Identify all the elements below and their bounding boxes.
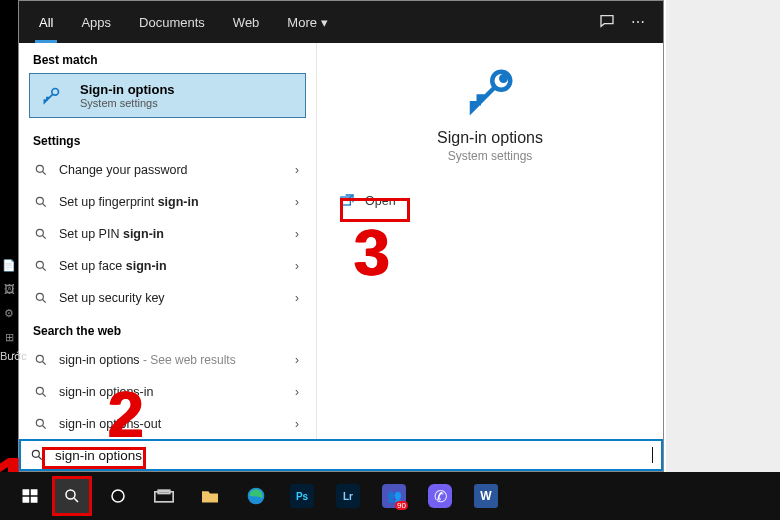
settings-result-item[interactable]: Set up PIN sign-in› [19, 218, 316, 250]
screenshot-frame: 📄 🖼 ⚙ ⊞ All Apps Documents Web More ▾ ⋯ … [0, 0, 780, 520]
chevron-right-icon: › [292, 385, 302, 399]
taskbar-cortana-icon[interactable] [98, 476, 138, 516]
web-result-item[interactable]: sign-in options - See web results› [19, 344, 316, 376]
svg-point-7 [36, 387, 43, 394]
svg-point-5 [36, 293, 43, 300]
svg-point-3 [36, 229, 43, 236]
taskbar-start-button[interactable] [10, 476, 50, 516]
left-vertical-strip: 📄 🖼 ⚙ ⊞ [0, 0, 18, 472]
taskbar-photoshop-icon[interactable]: Ps [282, 476, 322, 516]
result-label: Set up security key [59, 291, 292, 305]
result-label: sign-in options-out [59, 417, 292, 431]
svg-rect-18 [31, 497, 38, 503]
result-label: Change your password [59, 163, 292, 177]
tab-more[interactable]: More ▾ [273, 1, 341, 43]
best-match-subtitle: System settings [80, 97, 175, 109]
chevron-right-icon: › [292, 291, 302, 305]
search-box[interactable] [19, 439, 663, 471]
search-icon [33, 258, 49, 274]
result-label: sign-in options - See web results [59, 353, 292, 367]
search-panel: All Apps Documents Web More ▾ ⋯ Best mat… [18, 0, 664, 472]
search-icon [33, 384, 49, 400]
taskbar: Ps Lr 👥90 ✆ W [0, 472, 780, 520]
svg-point-4 [36, 261, 43, 268]
taskbar-lightroom-icon[interactable]: Lr [328, 476, 368, 516]
tab-documents[interactable]: Documents [125, 1, 219, 43]
detail-title: Sign-in options [333, 129, 647, 147]
taskbar-teams-icon[interactable]: 👥90 [374, 476, 414, 516]
svg-point-12 [501, 76, 506, 81]
settings-result-item[interactable]: Change your password› [19, 154, 316, 186]
results-column: Best match Sign-in options System settin… [19, 43, 317, 439]
chevron-right-icon: › [292, 195, 302, 209]
svg-point-6 [36, 355, 43, 362]
more-icon[interactable]: ⋯ [631, 14, 645, 30]
svg-point-8 [36, 419, 43, 426]
key-icon [40, 85, 62, 107]
chevron-right-icon: › [292, 163, 302, 177]
result-label: Set up face sign-in [59, 259, 292, 273]
strip-icon: ⚙ [0, 304, 18, 322]
tab-apps[interactable]: Apps [67, 1, 125, 43]
search-icon [33, 226, 49, 242]
strip-icon: ⊞ [0, 328, 18, 346]
search-icon [33, 194, 49, 210]
tab-web[interactable]: Web [219, 1, 274, 43]
result-label: sign-in options-in [59, 385, 292, 399]
web-result-item[interactable]: sign-in options-out› [19, 408, 316, 439]
web-list: sign-in options - See web results›sign-i… [19, 344, 316, 439]
taskbar-word-icon[interactable]: W [466, 476, 506, 516]
svg-point-1 [36, 165, 43, 172]
taskbar-viber-icon[interactable]: ✆ [420, 476, 460, 516]
open-action[interactable]: Open [333, 189, 647, 213]
chevron-right-icon: › [292, 417, 302, 431]
web-result-item[interactable]: sign-in options-in› [19, 376, 316, 408]
svg-point-14 [32, 450, 39, 457]
text-caret [652, 447, 653, 463]
taskbar-explorer-icon[interactable] [190, 476, 230, 516]
svg-point-0 [52, 88, 59, 95]
search-icon [33, 352, 49, 368]
search-icon [33, 416, 49, 432]
chevron-right-icon: › [292, 259, 302, 273]
strip-icon: 📄 [0, 256, 18, 274]
search-input[interactable] [55, 448, 651, 463]
svg-rect-17 [23, 497, 30, 503]
result-label: Set up fingerprint sign-in [59, 195, 292, 209]
svg-rect-15 [23, 489, 30, 495]
taskbar-taskview-icon[interactable] [144, 476, 184, 516]
result-label: Set up PIN sign-in [59, 227, 292, 241]
open-label: Open [365, 194, 396, 208]
best-match-result[interactable]: Sign-in options System settings [29, 73, 306, 118]
open-icon [339, 193, 355, 209]
web-header: Search the web [19, 314, 316, 344]
search-icon [33, 290, 49, 306]
svg-point-20 [112, 490, 124, 502]
svg-rect-16 [31, 489, 38, 495]
chevron-right-icon: › [292, 227, 302, 241]
best-match-header: Best match [19, 43, 316, 73]
settings-result-item[interactable]: Set up security key› [19, 282, 316, 314]
best-match-title: Sign-in options [80, 82, 175, 97]
detail-subtitle: System settings [333, 149, 647, 163]
search-columns: Best match Sign-in options System settin… [19, 43, 663, 439]
detail-column: Sign-in options System settings Open [317, 43, 663, 439]
settings-result-item[interactable]: Set up fingerprint sign-in› [19, 186, 316, 218]
key-icon-large [463, 65, 517, 119]
search-tabs: All Apps Documents Web More ▾ ⋯ [19, 1, 663, 43]
taskbar-search-icon[interactable] [52, 476, 92, 516]
best-match-text: Sign-in options System settings [80, 82, 175, 109]
search-icon [33, 162, 49, 178]
tabs-right-icons: ⋯ [599, 13, 657, 32]
search-icon [29, 447, 45, 463]
svg-point-2 [36, 197, 43, 204]
settings-result-item[interactable]: Set up face sign-in› [19, 250, 316, 282]
settings-list: Change your password›Set up fingerprint … [19, 154, 316, 314]
tab-all[interactable]: All [25, 1, 67, 43]
feedback-icon[interactable] [599, 13, 615, 32]
taskbar-edge-icon[interactable] [236, 476, 276, 516]
strip-icon: 🖼 [0, 280, 18, 298]
settings-header: Settings [19, 124, 316, 154]
right-gutter [666, 0, 780, 472]
svg-point-19 [66, 490, 75, 499]
